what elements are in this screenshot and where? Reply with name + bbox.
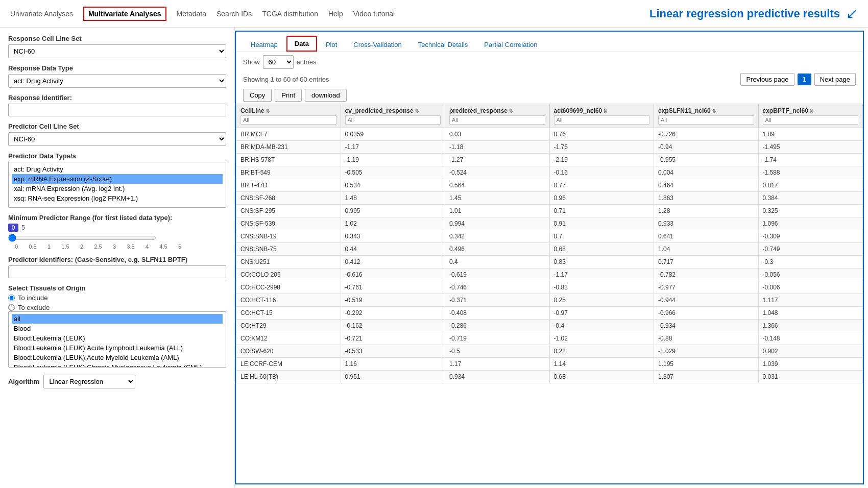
predictor-identifiers-input[interactable]: SLFN11 BPTF: [8, 265, 226, 278]
table-cell: 0.71: [549, 205, 654, 217]
table-cell: 1.48: [341, 192, 445, 205]
predictor-cell-line-set-group: Predictor Cell Line Set NCI-60: [8, 123, 226, 146]
col-header-expslfn11[interactable]: expSLFN11_nci60 ⇅: [654, 104, 759, 128]
table-cell: -1.588: [758, 166, 863, 179]
predictor-type-option-0[interactable]: act: Drug Activity: [12, 164, 223, 174]
table-row: CNS:SF-5391.020.9940.910.9331.096: [236, 217, 863, 230]
arrow-icon: ↙: [846, 5, 858, 22]
table-cell: -1.76: [549, 141, 654, 154]
tissue-option-blood-leuk-all[interactable]: Blood:Leukemia (LEUK):Acute Lymphoid Leu…: [12, 343, 223, 353]
col-header-cv-predicted[interactable]: cv_predicted_response ⇅: [341, 104, 445, 128]
nav-multivariate[interactable]: Multivariate Analyses: [83, 7, 166, 21]
nav-tcga[interactable]: TCGA distribution: [262, 10, 318, 18]
filter-expbptf[interactable]: [763, 115, 859, 125]
table-cell: -0.977: [654, 281, 759, 294]
prev-page-button[interactable]: Previous page: [740, 73, 794, 86]
filter-cv[interactable]: [345, 115, 441, 125]
table-cell: 0.44: [341, 243, 445, 256]
table-cell: 1.16: [341, 358, 445, 371]
table-row: CNS:SNB-750.440.4960.681.04-0.749: [236, 243, 863, 256]
predictor-type-option-1[interactable]: exp: mRNA Expression (Z-Score): [12, 174, 223, 184]
show-count-select[interactable]: 60: [263, 55, 294, 69]
tab-technical-details[interactable]: Technical Details: [411, 37, 476, 52]
filter-cellline[interactable]: [240, 115, 336, 125]
filter-act609699[interactable]: [554, 115, 650, 125]
response-data-type-group: Response Data Type act: Drug Activity: [8, 64, 226, 88]
table-cell: -1.17: [341, 141, 445, 154]
col-header-predicted[interactable]: predicted_response ⇅: [445, 104, 550, 128]
copy-button[interactable]: Copy: [243, 89, 272, 102]
tissue-option-blood[interactable]: Blood: [12, 324, 223, 333]
response-identifier-input[interactable]: topotecan: [8, 104, 226, 116]
tab-heatmap[interactable]: Heatmap: [243, 37, 285, 52]
tissue-include-input[interactable]: [8, 295, 15, 301]
tab-cross-validation[interactable]: Cross-Validation: [346, 37, 409, 52]
tissue-option-blood-leuk-cml[interactable]: Blood:Leukemia (LEUK):Chronic Myelogenou…: [12, 362, 223, 368]
nav-help[interactable]: Help: [328, 10, 343, 18]
filter-predicted[interactable]: [449, 115, 545, 125]
action-buttons: Copy Print download: [236, 87, 863, 104]
table-cell: 0.76: [549, 128, 654, 141]
left-panel: Response Cell Line Set NCI-60 Response D…: [0, 28, 235, 487]
tissue-option-blood-leuk[interactable]: Blood:Leukemia (LEUK): [12, 333, 223, 343]
table-cell: 0.342: [445, 230, 550, 243]
table-cell: 1.45: [445, 192, 550, 205]
table-cell: 0.25: [549, 294, 654, 307]
table-cell: -0.162: [341, 320, 445, 332]
predictor-type-option-2[interactable]: xai: mRNA Expression (Avg. log2 Int.): [12, 184, 223, 193]
tab-plot[interactable]: Plot: [318, 37, 345, 52]
col-header-act609699[interactable]: act609699_nci60 ⇅: [549, 104, 654, 128]
response-cell-line-set-group: Response Cell Line Set NCI-60: [8, 35, 226, 58]
tab-data[interactable]: Data: [286, 36, 317, 52]
table-cell: -0.148: [758, 332, 863, 345]
predictor-type-option-3[interactable]: xsq: RNA-seq Expression (log2 FPKM+1.): [12, 193, 223, 203]
tissue-option-all[interactable]: all: [12, 314, 223, 324]
table-cell: 0.325: [758, 205, 863, 217]
table-row: BR:MDA-MB-231-1.17-1.18-1.76-0.94-1.495: [236, 141, 863, 154]
sort-icon-cellline: ⇅: [266, 108, 270, 114]
tissue-listbox[interactable]: all Blood Blood:Leukemia (LEUK) Blood:Le…: [8, 311, 226, 368]
table-cell: 0.496: [445, 243, 550, 256]
algorithm-select[interactable]: Linear Regression Random Forest SVM: [43, 375, 135, 388]
tissue-include-radio[interactable]: To include: [8, 294, 226, 302]
table-row: BR:BT-549-0.505-0.524-0.160.004-1.588: [236, 166, 863, 179]
response-cell-line-set-select[interactable]: NCI-60: [8, 44, 226, 58]
predictor-data-types-listbox[interactable]: act: Drug Activity exp: mRNA Expression …: [8, 162, 226, 208]
table-row: CO:HT29-0.162-0.286-0.4-0.9341.366: [236, 320, 863, 332]
next-page-button[interactable]: Next page: [814, 73, 856, 86]
table-cell: 1.039: [758, 358, 863, 371]
table-cell: 0.4: [445, 256, 550, 269]
tissue-exclude-input[interactable]: [8, 304, 15, 311]
table-cell: 1.14: [549, 358, 654, 371]
tissue-exclude-radio[interactable]: To exclude: [8, 304, 226, 311]
tissue-option-blood-leuk-aml[interactable]: Blood:Leukemia (LEUK):Acute Myeloid Leuk…: [12, 353, 223, 362]
predictor-identifiers-group: Predictor Identifiers: (Case-Sensitive, …: [8, 256, 226, 278]
table-cell: -1.27: [445, 154, 550, 166]
sort-icon-expslfn11: ⇅: [712, 108, 716, 114]
table-cell: 0.534: [341, 179, 445, 192]
response-data-type-select[interactable]: act: Drug Activity: [8, 74, 226, 88]
table-row: CNS:SF-2681.481.450.961.8630.384: [236, 192, 863, 205]
filter-expslfn11[interactable]: [658, 115, 754, 125]
table-cell: -0.533: [341, 345, 445, 358]
table-cell: 0.77: [549, 179, 654, 192]
nav-univariate[interactable]: Univariate Analyses: [10, 10, 73, 18]
table-cell: 0.564: [445, 179, 550, 192]
table-cell: -0.056: [758, 269, 863, 281]
nav-search-ids[interactable]: Search IDs: [216, 10, 252, 18]
table-cell: 0.004: [654, 166, 759, 179]
predictor-cell-line-set-select[interactable]: NCI-60: [8, 132, 226, 146]
tab-partial-correlation[interactable]: Partial Correlation: [476, 37, 545, 52]
col-header-expbptf[interactable]: expBPTF_nci60 ⇅: [758, 104, 863, 128]
table-cell: -0.83: [549, 281, 654, 294]
nav-video[interactable]: Video tutorial: [353, 10, 395, 18]
print-button[interactable]: Print: [275, 89, 302, 102]
col-header-cellline[interactable]: CellLine ⇅: [236, 104, 341, 128]
min-predictor-slider[interactable]: [8, 234, 156, 242]
tissue-exclude-label: To exclude: [18, 304, 50, 311]
nav-metadata[interactable]: Metadata: [177, 10, 206, 18]
table-cell: -0.966: [654, 307, 759, 320]
table-cell: CO:COLO 205: [236, 269, 341, 281]
data-table-wrapper: CellLine ⇅ cv_predicted_response ⇅: [236, 104, 863, 483]
download-button[interactable]: download: [305, 89, 347, 102]
